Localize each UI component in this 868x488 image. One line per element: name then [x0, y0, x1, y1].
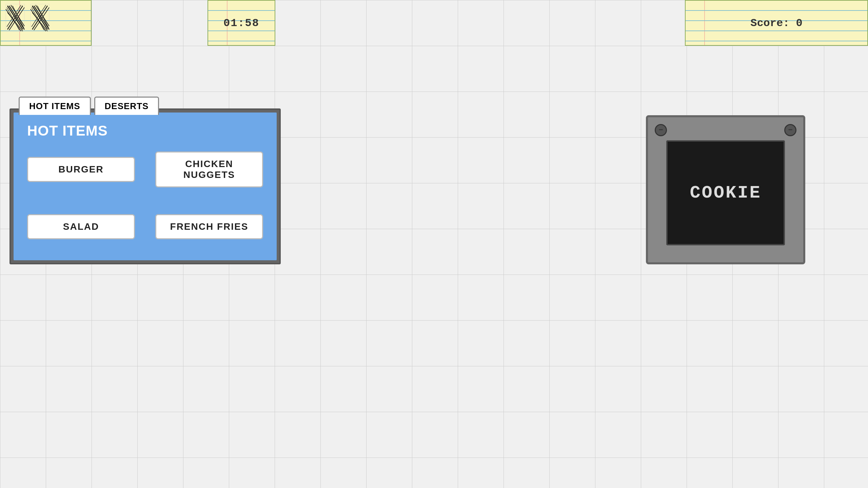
display-device: COOKIE [646, 115, 805, 264]
device-screw-right [784, 124, 796, 136]
scribble-container [4, 2, 51, 33]
tab-deserts[interactable]: DESERTS [94, 97, 159, 115]
device-display-text: COOKIE [690, 183, 761, 203]
device-screen: COOKIE [666, 140, 785, 245]
menu-item-chicken-nuggets[interactable]: CHICKEN NUGGETS [155, 151, 263, 187]
score-display: Score: 0 [750, 17, 803, 29]
menu-title: HOT ITEMS [27, 123, 263, 139]
svg-line-9 [9, 7, 24, 30]
menu-items-grid: BURGER CHICKEN NUGGETS SALAD FRENCH FRIE… [27, 146, 263, 250]
menu-item-french-fries[interactable]: FRENCH FRIES [155, 214, 263, 239]
device-top-row [655, 124, 796, 136]
menu-inner: HOT ITEMS BURGER CHICKEN NUGGETS SALAD F… [14, 113, 277, 260]
menu-item-burger[interactable]: BURGER [27, 157, 135, 182]
device-screw-left [655, 124, 667, 136]
menu-item-salad[interactable]: SALAD [27, 214, 135, 239]
notepad-score: Score: 0 [685, 0, 868, 46]
menu-panel: HOT ITEMS BURGER CHICKEN NUGGETS SALAD F… [9, 108, 281, 264]
notepad-timer: 01:58 [208, 0, 275, 46]
scribble-1 [4, 2, 26, 33]
timer-display: 01:58 [223, 17, 259, 29]
svg-line-20 [34, 7, 49, 30]
scribble-2 [29, 2, 51, 33]
tab-hot-items[interactable]: HOT ITEMS [19, 97, 91, 115]
tab-bar: HOT ITEMS DESERTS [19, 97, 159, 115]
game-area: 01:58 Score: 0 HOT ITEMS DESERTS HOT ITE… [0, 0, 868, 488]
notepad-left [0, 0, 92, 46]
